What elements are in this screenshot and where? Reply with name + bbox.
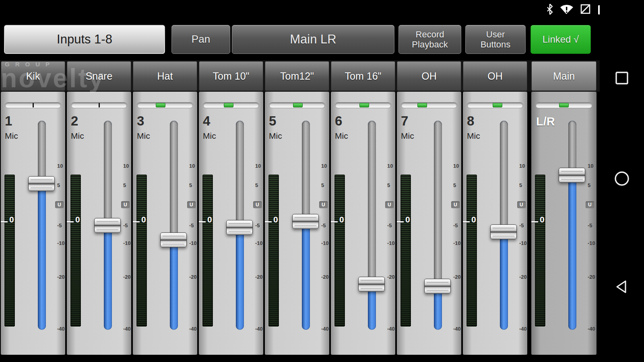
main-lr-label: L/R [536,115,555,128]
fader-scale-5: 5 [588,182,590,188]
pan-slider[interactable] [335,102,391,108]
fader-scale-unity: U [586,202,594,208]
meter-zero-tick [463,221,470,222]
level-meter [136,175,147,327]
fader-scale-10: 10 [588,163,593,169]
pan-slider[interactable] [71,102,127,108]
pan-button-label: Pan [192,33,210,45]
fader-track-upper [500,121,508,232]
fader-track-upper [38,121,46,183]
fader-scale-5: 5 [189,182,192,188]
fader-track-upper [170,121,178,240]
fader: 105U-5-10-20-40 [489,121,527,330]
pan-marker [359,103,369,107]
pan-marker [33,103,34,107]
fader-scale--40: -40 [453,326,461,332]
fader: 105U-5-10-20-40 [93,121,131,330]
channel-number: 7 [401,113,408,129]
meter-zero-label: 0 [207,215,212,224]
fader-scale-unity: U [187,202,196,208]
fader-scale--5: -5 [519,222,524,228]
pan-slider[interactable] [137,102,193,108]
pan-marker [156,103,165,107]
fader: 105U-5-10-20-40 [159,121,197,330]
pan-marker [293,103,303,107]
fader-scale--5: -5 [321,222,326,228]
channel-source-label: Mic [401,131,414,141]
fader-scale-10: 10 [321,163,327,169]
home-icon[interactable] [614,171,630,187]
meter-zero-label: 0 [339,215,344,224]
channel-name-header[interactable]: Tom 10" [199,61,263,91]
record-playback-button[interactable]: Record Playback [398,25,461,54]
channel-name-header[interactable]: OH [463,61,527,91]
channel-number: 5 [269,113,276,129]
fader-scale-unity: U [55,202,64,208]
fader-scale--10: -10 [588,240,595,246]
user-buttons-button[interactable]: User Buttons [465,25,526,54]
meter-zero-tick [1,221,8,222]
fader-cap[interactable] [424,279,451,294]
channel-name-header[interactable]: Tom 16" [331,61,395,91]
fader: 105U-5-10-20-40 [225,121,263,330]
inputs-1-8-button[interactable]: Inputs 1-8 [4,25,165,54]
meter-zero-label: 0 [141,215,146,224]
fader-cap[interactable] [292,214,319,229]
level-meter [400,175,411,327]
channel-name-header[interactable]: Kik [1,61,65,91]
pan-button[interactable]: Pan [171,25,230,54]
fader-scale--40: -40 [387,326,395,332]
fader-scale--40: -40 [519,326,527,332]
fader-scale-5: 5 [519,182,522,188]
meter-zero-tick [331,221,338,222]
pan-slider[interactable] [535,102,592,108]
channel-number: 1 [5,113,12,129]
level-meter [70,175,81,327]
fader-scale--5: -5 [57,222,62,228]
pan-slider[interactable] [203,102,259,108]
fader-scale--40: -40 [321,326,329,332]
channel-name-header[interactable]: OH [397,61,461,91]
fader-track-upper [104,121,112,225]
no-signal-icon [580,3,592,15]
channel-number: 6 [335,113,342,129]
main-strip-header[interactable]: Main [531,61,597,91]
channel-number: 4 [203,113,210,129]
fader-cap[interactable] [358,277,385,292]
meter-zero-label: 0 [75,215,80,224]
record-playback-line2: Playback [412,39,448,49]
channel-name-header[interactable]: Tom12" [265,61,329,91]
fader-scale--5: -5 [255,222,260,228]
channel-name-header[interactable]: Hat [133,61,197,91]
pan-slider[interactable] [269,102,325,108]
fader-cap[interactable] [559,168,585,183]
fader-scale--20: -20 [519,274,527,280]
channel-strip-1: 1 Mic 0 105U-5-10-20-40 [1,92,65,355]
mixer-strips: 1 Mic 0 105U-5-10-20-40 2 Mic 0 105U-5-1… [0,92,600,355]
pan-slider[interactable] [401,102,457,108]
back-icon[interactable] [614,279,630,294]
channel-number: 2 [71,113,78,129]
channel-name-header[interactable]: Snare [67,61,131,91]
fader-scale--20: -20 [189,274,197,280]
fader-cap[interactable] [28,176,55,191]
channel-source-label: Mic [203,131,216,141]
main-lr-button[interactable]: Main LR [232,25,394,54]
fader-cap[interactable] [490,224,517,239]
pan-slider[interactable] [467,102,523,108]
fader-scale-10: 10 [123,163,129,169]
fader-scale--10: -10 [321,240,329,246]
fader-cap[interactable] [94,218,121,233]
fader-scale--40: -40 [57,326,65,332]
linked-toggle-button[interactable]: Linked √ [530,25,591,54]
fader-scale-10: 10 [519,163,525,169]
fader-cap[interactable] [160,232,187,247]
recents-icon[interactable] [615,71,629,85]
pan-slider[interactable] [5,102,61,108]
meter-zero-tick [397,221,404,222]
channel-strip-8: 8 Mic 0 105U-5-10-20-40 [463,92,527,355]
fader-scale--10: -10 [387,240,395,246]
meter-zero-label: 0 [273,215,278,224]
fader-scale--40: -40 [123,326,131,332]
fader-cap[interactable] [226,220,253,235]
